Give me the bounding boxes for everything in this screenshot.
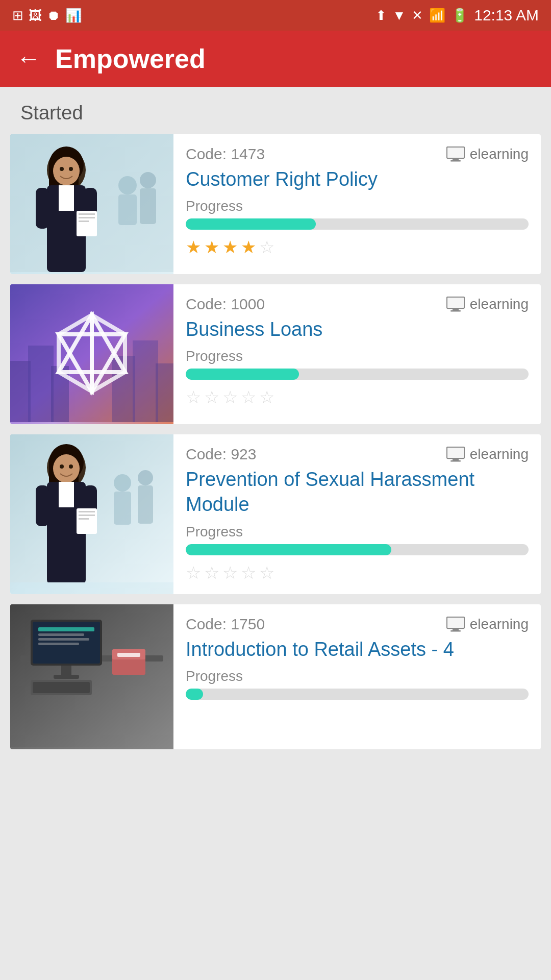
svg-rect-71 bbox=[38, 633, 84, 636]
svg-rect-58 bbox=[79, 514, 95, 516]
course-card-1[interactable]: Code: 1473 elearning Customer Right Poli… bbox=[10, 134, 541, 274]
svg-rect-37 bbox=[447, 298, 464, 308]
star-3-5: ☆ bbox=[259, 562, 274, 583]
status-icons-left: ⊞ 🖼 ⏺ 📊 bbox=[12, 8, 82, 23]
svg-rect-57 bbox=[79, 511, 95, 512]
svg-rect-62 bbox=[453, 458, 459, 460]
elearning-label-2: elearning bbox=[470, 296, 529, 312]
course-card-2[interactable]: Code: 1000 elearning Business Loans Prog… bbox=[10, 284, 541, 424]
progress-label-1: Progress bbox=[186, 198, 529, 214]
status-right: ⬆ ▼ ✕ 📶 🔋 12:13 AM bbox=[375, 7, 539, 24]
star-1-4: ★ bbox=[241, 237, 256, 257]
svg-rect-44 bbox=[138, 485, 153, 524]
star-2-5: ☆ bbox=[259, 387, 274, 407]
svg-rect-5 bbox=[140, 188, 156, 224]
pin-icon: ⬆ bbox=[375, 8, 387, 23]
svg-rect-68 bbox=[61, 666, 71, 676]
progress-bar-fill-1 bbox=[186, 218, 316, 230]
svg-rect-3 bbox=[118, 194, 137, 225]
course-title-3: Prevention of Sexual Harassment Module bbox=[186, 467, 529, 518]
elearning-icon-1 bbox=[446, 146, 465, 162]
progress-bar-bg-2 bbox=[186, 369, 529, 380]
elearning-icon-2 bbox=[446, 297, 465, 312]
svg-point-51 bbox=[69, 464, 73, 469]
progress-label-3: Progress bbox=[186, 524, 529, 540]
progress-bar-bg-3 bbox=[186, 544, 529, 555]
course-meta-3: Code: 923 elearning bbox=[186, 446, 529, 463]
star-1-5: ☆ bbox=[259, 237, 274, 257]
star-1-1: ★ bbox=[186, 237, 201, 257]
battery-icon: 🔋 bbox=[452, 8, 468, 23]
course-title-2: Business Loans bbox=[186, 317, 529, 342]
app-title: Empowered bbox=[55, 43, 206, 74]
chart-icon: 📊 bbox=[65, 8, 82, 23]
svg-point-2 bbox=[118, 176, 137, 194]
progress-bar-bg-4 bbox=[186, 689, 529, 700]
progress-bar-bg-1 bbox=[186, 218, 529, 230]
svg-rect-54 bbox=[36, 485, 49, 526]
elearning-icon-4 bbox=[446, 617, 465, 632]
svg-rect-73 bbox=[38, 643, 79, 645]
course-content-2: Code: 1000 elearning Business Loans Prog… bbox=[173, 284, 541, 424]
svg-rect-59 bbox=[79, 518, 89, 520]
star-3-3: ☆ bbox=[222, 562, 238, 583]
course-code-3: Code: 923 bbox=[186, 446, 256, 463]
elearning-label-1: elearning bbox=[470, 146, 529, 162]
course-code-4: Code: 1750 bbox=[186, 616, 265, 633]
course-card-4[interactable]: Code: 1750 elearning Introduction to Ret… bbox=[10, 604, 541, 749]
course-type-2: elearning bbox=[446, 296, 529, 312]
course-meta-2: Code: 1000 elearning bbox=[186, 296, 529, 313]
svg-point-50 bbox=[60, 464, 64, 469]
record-icon: ⏺ bbox=[47, 8, 60, 23]
stars-3: ☆ ☆ ☆ ☆ ☆ bbox=[186, 562, 529, 583]
svg-rect-61 bbox=[447, 448, 464, 458]
star-2-3: ☆ bbox=[222, 387, 238, 407]
svg-rect-69 bbox=[54, 675, 79, 679]
course-type-4: elearning bbox=[446, 616, 529, 632]
star-3-1: ☆ bbox=[186, 562, 201, 583]
course-content-3: Code: 923 elearning Prevention of Sexual… bbox=[173, 434, 541, 594]
course-content-4: Code: 1750 elearning Introduction to Ret… bbox=[173, 604, 541, 749]
time-display: 12:13 AM bbox=[474, 7, 539, 24]
progress-bar-fill-4 bbox=[186, 689, 203, 700]
elearning-label-4: elearning bbox=[470, 616, 529, 632]
svg-rect-78 bbox=[117, 653, 140, 657]
svg-rect-14 bbox=[59, 185, 74, 211]
svg-rect-63 bbox=[450, 460, 461, 462]
grid-icon: ⊞ bbox=[12, 8, 23, 23]
svg-rect-23 bbox=[453, 158, 459, 160]
svg-point-12 bbox=[69, 167, 73, 171]
svg-point-41 bbox=[114, 474, 131, 492]
svg-point-4 bbox=[140, 172, 156, 188]
star-1-3: ★ bbox=[222, 237, 238, 257]
svg-rect-81 bbox=[453, 628, 459, 630]
section-label: Started bbox=[0, 87, 551, 134]
svg-point-11 bbox=[60, 167, 64, 171]
svg-point-49 bbox=[53, 454, 80, 483]
course-list: Code: 1473 elearning Customer Right Poli… bbox=[0, 134, 551, 749]
svg-rect-30 bbox=[133, 340, 158, 422]
svg-point-43 bbox=[138, 470, 153, 485]
course-code-2: Code: 1000 bbox=[186, 296, 265, 313]
photo-icon: 🖼 bbox=[29, 8, 42, 23]
progress-bar-fill-2 bbox=[186, 369, 299, 380]
course-type-3: elearning bbox=[446, 446, 529, 462]
star-2-1: ☆ bbox=[186, 387, 201, 407]
course-type-1: elearning bbox=[446, 146, 529, 162]
course-image-4 bbox=[10, 604, 173, 749]
status-bar: ⊞ 🖼 ⏺ 📊 ⬆ ▼ ✕ 📶 🔋 12:13 AM bbox=[0, 0, 551, 31]
course-image-2 bbox=[10, 284, 173, 424]
star-2-2: ☆ bbox=[204, 387, 219, 407]
progress-label-2: Progress bbox=[186, 348, 529, 364]
svg-rect-24 bbox=[450, 160, 461, 162]
svg-rect-15 bbox=[36, 188, 49, 229]
course-meta-4: Code: 1750 elearning bbox=[186, 616, 529, 633]
back-button[interactable]: ← bbox=[16, 46, 41, 71]
svg-rect-39 bbox=[450, 310, 461, 312]
signal-bars-icon: 📶 bbox=[429, 8, 445, 23]
course-image-1 bbox=[10, 134, 173, 274]
svg-rect-27 bbox=[28, 346, 54, 422]
svg-point-10 bbox=[53, 157, 80, 185]
svg-rect-82 bbox=[450, 630, 461, 632]
course-card-3[interactable]: Code: 923 elearning Prevention of Sexual… bbox=[10, 434, 541, 594]
